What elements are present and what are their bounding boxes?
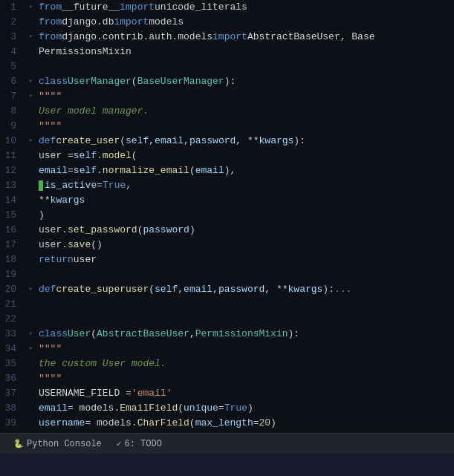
token-plain: . (97, 163, 103, 178)
fold-open-arrow[interactable] (28, 0, 39, 15)
token-plain: user (74, 252, 97, 267)
token-classname: BaseUserManager (137, 74, 224, 89)
breakpoint-marker (39, 180, 43, 191)
token-kw-self: self (74, 163, 97, 178)
token-plain: ) (294, 431, 299, 433)
token-method: model (103, 149, 132, 163)
token-ellipsis: ... (334, 282, 351, 297)
token-plain: ( (120, 134, 126, 149)
token-plain: django.contrib.auth.models (62, 30, 213, 45)
line-number: 15 (3, 208, 16, 223)
code-line: from django.db import models (28, 15, 454, 30)
code-line: **kwargs (28, 193, 454, 208)
code-editor: 1234567891011121314151617181920212233343… (0, 0, 454, 454)
token-kw-class: class (39, 74, 68, 89)
token-kw-import: import (114, 15, 149, 30)
token-kw-false: False (265, 431, 294, 433)
token-param: max_length (195, 416, 253, 431)
status-bar-item-todo[interactable]: ✓6: TODO (109, 434, 169, 454)
line-number: 11 (3, 149, 16, 163)
token-funcname: EmailField (120, 401, 178, 416)
token-plain: = (97, 178, 103, 193)
token-plain: , (149, 134, 155, 149)
token-plain: models (149, 15, 184, 30)
token-plain: ) (189, 223, 195, 238)
line-number: 17 (3, 238, 16, 252)
line-number: 19 (3, 267, 16, 282)
fold-open-arrow[interactable] (28, 327, 39, 342)
token-plain: = (218, 401, 224, 416)
line-number: 9 (3, 119, 16, 134)
token-classname: AbstractBaseUser (97, 327, 189, 342)
token-param: kwargs (288, 282, 323, 297)
token-kw-class: class (39, 327, 68, 342)
line-number: 5 (3, 59, 16, 74)
line-number: 12 (3, 163, 16, 178)
token-param: unique (184, 401, 218, 416)
code-line: user.set_password(password) (28, 223, 454, 238)
token-classname: User (68, 327, 91, 342)
line-number: 2 (3, 15, 16, 30)
line-number: 35 (3, 356, 16, 371)
token-param: email (39, 163, 68, 178)
line-number: 33 (3, 327, 16, 342)
status-label: 6: TODO (124, 439, 161, 449)
token-method: set_password (68, 223, 137, 238)
code-area: 1234567891011121314151617181920212233343… (0, 0, 454, 433)
token-kw-return: return (39, 252, 74, 267)
line-number: 21 (3, 297, 16, 312)
token-plain: ) (270, 416, 276, 431)
token-plain: ): (294, 134, 305, 149)
token-param: is_active (39, 431, 91, 433)
token-plain: user. (39, 223, 68, 238)
token-plain: , ** (236, 134, 259, 149)
code-line: PermissionsMixin (28, 45, 454, 59)
token-plain: USERNAME_FIELD = (39, 386, 132, 401)
token-plain: , (178, 282, 184, 297)
token-plain: django.db (62, 15, 114, 30)
status-bar-item-python[interactable]: 🐍Python Console (6, 434, 109, 454)
code-line: class UserManager(BaseUserManager): (28, 74, 454, 89)
code-line: def create_user(self, email, password, *… (28, 134, 454, 149)
token-plain: PermissionsMixin (39, 45, 132, 59)
token-param: kwargs (51, 193, 85, 208)
line-number: 10 (3, 134, 16, 149)
code-line (28, 297, 454, 312)
fold-open-arrow[interactable] (28, 74, 39, 89)
fold-open-arrow[interactable] (28, 282, 39, 297)
code-line (28, 59, 454, 74)
token-kw-self: self (155, 282, 178, 297)
token-comment: the custom User model. (39, 356, 166, 371)
fold-open-arrow[interactable] (28, 342, 39, 356)
token-classname: UserManager (68, 74, 132, 89)
code-line: """" (28, 89, 454, 104)
line-number: 13 (3, 178, 16, 193)
code-line: ) (28, 208, 454, 223)
line-number: 36 (3, 371, 16, 386)
token-plain: ( (137, 223, 143, 238)
line-number: 39 (3, 416, 16, 431)
token-plain: ( (189, 163, 195, 178)
fold-open-arrow[interactable] (28, 30, 39, 45)
token-param: password (218, 282, 265, 297)
token-plain: ( (213, 431, 218, 433)
token-kw-self: self (126, 134, 149, 149)
token-param: email (184, 282, 213, 297)
code-line: User model manager. (28, 104, 454, 119)
token-plain: = (259, 431, 265, 433)
status-label: Python Console (27, 439, 102, 449)
token-kw-def: def (39, 282, 56, 297)
line-number: 34 (3, 342, 16, 356)
token-plain: = (68, 163, 74, 178)
line-number: 3 (3, 30, 16, 45)
line-number: 6 (3, 74, 16, 89)
line-number: 14 (3, 193, 16, 208)
line-number: 18 (3, 252, 16, 267)
line-number: 4 (3, 45, 16, 59)
token-kw-true: True (224, 401, 247, 416)
fold-open-arrow[interactable] (28, 134, 39, 149)
fold-open-arrow[interactable] (28, 89, 39, 104)
token-plain: , (126, 178, 132, 193)
code-line: the custom User model. (28, 356, 454, 371)
token-method: save (68, 238, 91, 252)
